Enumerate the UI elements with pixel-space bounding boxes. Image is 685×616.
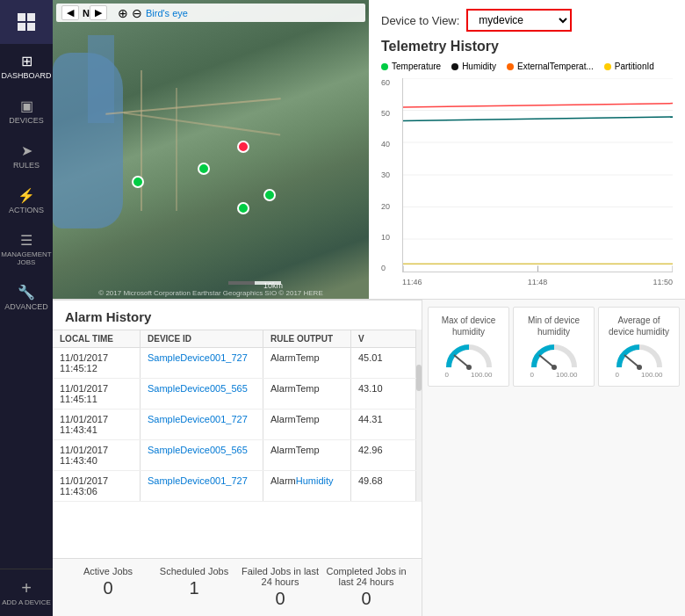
alarm-device-link-2[interactable]: SampleDevice001_727 (148, 414, 248, 424)
alarm-header: LOCAL TIME DEVICE ID RULE OUTPUT V (53, 330, 416, 348)
alarm-value-1: 43.10 (351, 379, 416, 409)
map-container[interactable]: 10km ◀ N ▶ ⊕ ⊖ Bird's eye © 2017 Microso… (53, 0, 369, 299)
alarm-time-1: 11/01/201711:45:11 (53, 379, 141, 409)
humidity-panel: Max of device humidity 0 100.00 (422, 299, 685, 616)
table-row: 11/01/201711:43:40 SampleDevice005_565 A… (53, 440, 416, 471)
alarm-col-value-header: V (351, 330, 416, 347)
gauge-min-min: 0 (530, 371, 534, 379)
alarm-device-link-0[interactable]: SampleDevice001_727 (148, 352, 248, 363)
alarm-col-rule-header: RULE OUTPUT (263, 330, 351, 347)
sidebar-item-actions-label: ACTIONS (9, 206, 44, 214)
job-failed-value: 0 (237, 589, 323, 609)
humidity-widget-min: Min of device humidity 0 100.00 (513, 307, 595, 387)
sidebar-item-advanced[interactable]: 🔧 ADVANCED (0, 275, 53, 320)
sidebar-logo (0, 0, 53, 44)
job-completed-label: Completed Jobs in last 24 hours (323, 566, 409, 587)
alarm-device-4: SampleDevice001_727 (141, 471, 263, 501)
alarm-value-2: 44.31 (351, 409, 416, 439)
svg-rect-3 (27, 23, 35, 31)
zoom-out-icon[interactable]: ⊖ (132, 6, 142, 20)
map-left-btn[interactable]: ◀ (61, 5, 79, 20)
humidity-max-title: Max of device humidity (434, 315, 503, 337)
map-pin-1 (132, 176, 144, 188)
map-pin-3 (237, 202, 249, 214)
alarm-device-link-3[interactable]: SampleDevice005_565 (148, 445, 248, 455)
sidebar-item-dashboard-label: DASHBOARD (1, 71, 51, 80)
legend-dot-external (507, 63, 514, 70)
gauge-min-max: 100.00 (556, 371, 577, 379)
alarm-title: Alarm History (53, 301, 422, 330)
gauge-avg-max: 100.00 (641, 371, 662, 379)
sidebar-item-rules-label: RULES (13, 161, 40, 170)
alarm-rule-4: AlarmHumidity (263, 471, 351, 501)
sidebar-item-dashboard[interactable]: ⊞ DASHBOARD (0, 44, 53, 89)
sidebar-item-advanced-label: ADVANCED (4, 302, 47, 311)
humidity-avg-title: Average of device humidity (604, 315, 674, 337)
gauge-max-labels: 0 100.00 (445, 371, 493, 379)
y-label-30: 30 (381, 170, 390, 179)
map-watermark: © 2017 Microsoft Corporation Earthstar G… (53, 289, 369, 297)
add-device-button[interactable]: + ADD A DEVICE (2, 578, 51, 607)
job-active-label: Active Jobs (65, 566, 151, 576)
alarm-value-3: 42.96 (351, 440, 416, 470)
gauge-max-max: 100.00 (471, 371, 492, 379)
job-failed: Failed Jobs in last 24 hours 0 (237, 566, 323, 609)
alarm-time-4: 11/01/201711:43:06 (53, 471, 141, 501)
y-label-10: 10 (381, 233, 390, 242)
map-toolbar: ◀ N ▶ ⊕ ⊖ Bird's eye (56, 4, 365, 22)
zoom-in-icon[interactable]: ⊕ (118, 6, 128, 20)
telemetry-legend: Temperature Humidity ExternalTemperat...… (381, 62, 673, 71)
bottom-section: Alarm History LOCAL TIME DEVICE ID RULE … (53, 299, 685, 616)
alarm-time-2: 11/01/201711:43:41 (53, 409, 141, 439)
humidity-min-title: Min of device humidity (519, 315, 588, 337)
chart-area: 60 50 40 30 20 10 0 (402, 78, 673, 272)
advanced-icon: 🔧 (18, 284, 35, 301)
sidebar-item-devices-label: DEVICES (9, 116, 44, 125)
rules-icon: ➤ (21, 142, 32, 159)
dashboard-logo-icon (16, 11, 37, 33)
gauge-min-svg (530, 343, 578, 371)
sidebar-item-mgmt-label: MANAGEMENT JOBS (0, 250, 53, 266)
svg-line-10 (403, 104, 673, 107)
alarm-col-device-header: DEVICE ID (141, 330, 263, 347)
device-view-row: Device to View: mydevice (381, 9, 673, 32)
svg-line-18 (539, 355, 554, 367)
map-pin-red (237, 141, 249, 153)
map-background: 10km (53, 0, 369, 299)
alarm-time-3: 11/01/201711:43:40 (53, 440, 141, 470)
legend-label-humidity: Humidity (462, 62, 496, 71)
alarm-device-link-4[interactable]: SampleDevice001_727 (148, 475, 248, 486)
x-label-1: 11:46 (402, 278, 422, 286)
telemetry-title: Telemetry History (381, 39, 673, 54)
legend-label-partition: PartitionId (615, 62, 654, 71)
svg-point-17 (466, 365, 472, 370)
add-device-icon: + (21, 578, 32, 598)
job-scheduled-value: 1 (151, 578, 237, 598)
svg-rect-1 (27, 13, 35, 21)
humidity-widget-max: Max of device humidity 0 100.00 (428, 307, 509, 387)
svg-rect-0 (18, 13, 25, 21)
legend-partition: PartitionId (604, 62, 654, 71)
humidity-widgets: Max of device humidity 0 100.00 (422, 300, 685, 394)
x-label-2: 11:48 (528, 278, 548, 286)
sidebar-item-management-jobs[interactable]: ☰ MANAGEMENT JOBS (0, 223, 53, 275)
device-select[interactable]: mydevice (466, 9, 572, 32)
chart-svg (402, 78, 673, 272)
table-row: 11/01/201711:43:06 SampleDevice001_727 A… (53, 471, 416, 502)
sidebar-item-actions[interactable]: ⚡ ACTIONS (0, 178, 53, 223)
svg-line-11 (403, 117, 673, 120)
alarm-rule-0: AlarmTemp (263, 348, 351, 378)
gauge-max-min: 0 (445, 371, 449, 379)
alarm-rule-3: AlarmTemp (263, 440, 351, 470)
alarm-device-link-1[interactable]: SampleDevice005_565 (148, 383, 248, 394)
alarm-device-3: SampleDevice005_565 (141, 440, 263, 470)
sidebar-item-rules[interactable]: ➤ RULES (0, 134, 53, 178)
top-section: 10km ◀ N ▶ ⊕ ⊖ Bird's eye © 2017 Microso… (53, 0, 685, 299)
gauge-max-svg (445, 343, 493, 371)
sidebar-item-devices[interactable]: ▣ DEVICES (0, 89, 53, 134)
map-birdeye-btn[interactable]: Bird's eye (146, 8, 188, 18)
map-pin-4 (263, 189, 276, 201)
gauge-avg-svg (616, 343, 663, 371)
map-right-btn[interactable]: ▶ (90, 5, 107, 20)
devices-icon: ▣ (20, 98, 33, 114)
